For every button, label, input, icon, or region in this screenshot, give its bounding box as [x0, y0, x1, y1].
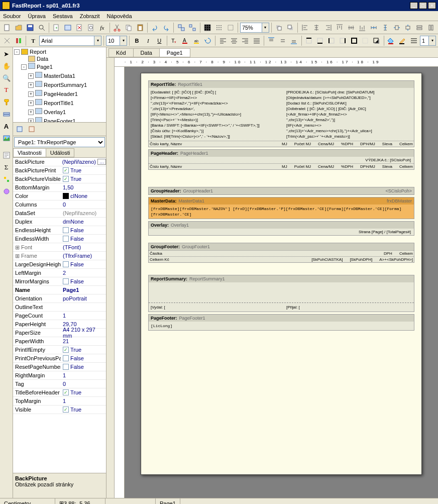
- center-v-button[interactable]: [403, 22, 413, 33]
- property-row[interactable]: PageCount1: [13, 312, 106, 320]
- close-button[interactable]: ×: [428, 2, 436, 9]
- align-bottom-button[interactable]: [357, 22, 368, 33]
- property-row[interactable]: PrintOnPreviousPageFalse: [13, 354, 106, 363]
- frame-none-button[interactable]: [360, 35, 370, 46]
- frame-style-button[interactable]: [409, 35, 419, 46]
- property-row[interactable]: Visible✓True: [13, 406, 106, 414]
- property-row[interactable]: OrientationpoPortrait: [13, 294, 106, 303]
- align-left-button[interactable]: [300, 22, 310, 33]
- band-pageheader[interactable]: PageHeader:PageHeader1 VÝDEJKA č.: [SCis…: [148, 149, 414, 170]
- group-button[interactable]: [176, 22, 186, 33]
- frame-top-button[interactable]: [303, 35, 313, 46]
- property-row[interactable]: BottomMargin1,50: [13, 183, 106, 192]
- align-center-button[interactable]: [311, 22, 322, 33]
- bold-button[interactable]: B: [132, 35, 142, 46]
- open-button[interactable]: [14, 22, 24, 33]
- italic-button[interactable]: I: [143, 35, 153, 46]
- font-size-input[interactable]: [106, 36, 120, 46]
- prop-btn1[interactable]: [14, 124, 25, 135]
- menu-soubor[interactable]: Soubor: [3, 13, 21, 19]
- band-reporttitle[interactable]: ReportTitle:ReportTitle1 [Dodavatel: [ […: [148, 80, 414, 147]
- property-row[interactable]: TopMargin1: [13, 397, 106, 406]
- band-groupfooter[interactable]: GroupFooter:GroupFooter1 ČástkaDPHCelkem…: [148, 243, 414, 263]
- font-name-combo[interactable]: ▾: [39, 36, 101, 46]
- center-h-button[interactable]: [391, 22, 402, 33]
- chevron-down-icon[interactable]: ▾: [120, 36, 127, 46]
- text-bottom-button[interactable]: [289, 35, 299, 46]
- property-row[interactable]: PaperWidth21: [13, 337, 106, 346]
- tab-page1[interactable]: Page1: [159, 48, 190, 57]
- prop-btn2[interactable]: [26, 124, 37, 135]
- property-row[interactable]: NamePage1: [13, 286, 106, 294]
- highlight-button[interactable]: ab: [191, 35, 201, 46]
- select-tool[interactable]: ➤: [1, 48, 12, 59]
- font-settings-button[interactable]: T▾: [169, 35, 179, 46]
- expand-icon[interactable]: +: [28, 110, 34, 115]
- tree-item[interactable]: +ReportSummary1: [14, 80, 105, 89]
- tab-data[interactable]: Data: [133, 48, 160, 57]
- property-row[interactable]: DuplexdmNone: [13, 218, 106, 226]
- expand-icon[interactable]: +: [28, 82, 34, 88]
- band-overlay[interactable]: Overlay:Overlay1 Strana [Page] / [TotalP…: [148, 221, 414, 236]
- chevron-down-icon[interactable]: ▾: [429, 36, 436, 46]
- bring-front-button[interactable]: [274, 22, 284, 33]
- new-page-button[interactable]: +: [51, 22, 62, 33]
- preview-button[interactable]: [36, 22, 47, 33]
- maximize-button[interactable]: □: [419, 2, 427, 9]
- tree-item[interactable]: Data: [14, 55, 105, 62]
- object-selector[interactable]: Page1: TfrxReportPage: [14, 137, 105, 147]
- font-name-input[interactable]: [39, 36, 94, 46]
- space-h-button[interactable]: [369, 22, 379, 33]
- chevron-down-icon[interactable]: ▾: [94, 36, 101, 46]
- frame-color-button[interactable]: [397, 35, 407, 46]
- picture-tool[interactable]: [1, 133, 12, 144]
- property-row[interactable]: ⊞ Frame(TfrxFrame): [13, 252, 106, 260]
- memo-tool[interactable]: A: [1, 121, 12, 132]
- tree-item[interactable]: +PageFooter1: [14, 117, 105, 123]
- text-right-button[interactable]: [240, 35, 250, 46]
- text-center-button[interactable]: [229, 35, 239, 46]
- fill-color-button[interactable]: [386, 35, 396, 46]
- property-row[interactable]: ResetPageNumbersFalse: [13, 363, 106, 371]
- report-page[interactable]: ReportTitle:ReportTitle1 [Dodavatel: [ […: [141, 73, 422, 475]
- align-top-button[interactable]: [335, 22, 345, 33]
- tab-properties[interactable]: Vlastnosti: [13, 148, 46, 157]
- property-row[interactable]: ColorclNone: [13, 192, 106, 200]
- expand-icon[interactable]: -: [14, 49, 20, 55]
- frame-width-combo[interactable]: ▾: [420, 36, 436, 46]
- property-row[interactable]: BackPicturePrint✓True: [13, 166, 106, 175]
- underline-button[interactable]: U: [154, 35, 164, 46]
- draw-tool[interactable]: [1, 174, 12, 185]
- tree-root[interactable]: - Report: [14, 48, 105, 55]
- tree-item[interactable]: +MasterData1: [14, 71, 105, 80]
- tab-events[interactable]: Události: [46, 148, 75, 157]
- property-row[interactable]: PrintIfEmpty✓True: [13, 346, 106, 354]
- zoom-input[interactable]: [240, 23, 262, 33]
- ungroup-button[interactable]: [187, 22, 198, 33]
- menu-uprava[interactable]: Úprava: [28, 13, 45, 19]
- frame-right-button[interactable]: [338, 35, 348, 46]
- frame-shadow-button[interactable]: [371, 35, 381, 46]
- band-pagefooter[interactable]: PageFooter:PageFooter1 [LicLong]: [148, 314, 414, 331]
- zoom-tool[interactable]: 🔍: [1, 72, 12, 83]
- property-row[interactable]: EndlessWidthFalse: [13, 235, 106, 243]
- property-row[interactable]: RightMargin1: [13, 371, 106, 380]
- menu-zobrazit[interactable]: Zobrazit: [80, 13, 100, 19]
- property-row[interactable]: BackPictureVisible✓True: [13, 175, 106, 183]
- frame-left-button[interactable]: [326, 35, 336, 46]
- property-row[interactable]: PaperSizeA4 210 x 297 mm: [13, 329, 106, 337]
- frame-width-input[interactable]: [420, 36, 429, 46]
- menu-napoveda[interactable]: Nápověda: [106, 13, 132, 19]
- align-middle-button[interactable]: [346, 22, 356, 33]
- band-groupheader[interactable]: GroupHeader:GroupHeader1<SCisloPoh>: [148, 187, 414, 195]
- no-style-button[interactable]: [2, 35, 12, 46]
- font-size-combo[interactable]: ▾: [106, 36, 127, 46]
- same-width-button[interactable]: [414, 22, 425, 33]
- property-row[interactable]: DataSet(Nepřiřazeno): [13, 209, 106, 218]
- text-left-button[interactable]: [217, 35, 228, 46]
- text-tool[interactable]: T: [1, 84, 12, 95]
- variables-button[interactable]: fx: [97, 22, 107, 33]
- save-button[interactable]: [25, 22, 36, 33]
- text-top-button[interactable]: [266, 35, 276, 46]
- chevron-down-icon[interactable]: ▾: [262, 23, 269, 33]
